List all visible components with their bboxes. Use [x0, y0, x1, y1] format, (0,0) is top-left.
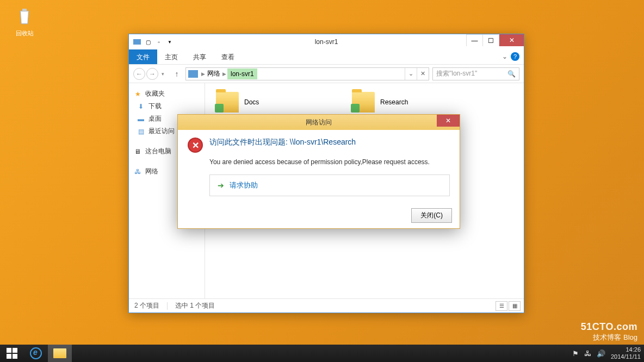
minimize-button[interactable]: — [466, 34, 482, 46]
location-icon [188, 70, 198, 78]
folder-label: Docs [244, 98, 259, 106]
error-icon: ✕ [188, 138, 203, 153]
watermark-line2: 技术博客 Blog [581, 333, 637, 342]
computer-icon: 🖥 [133, 147, 142, 156]
clock-time: 14:26 [611, 346, 641, 353]
breadcrumb-dropdown[interactable]: ⌄ [405, 68, 417, 80]
chevron-right-icon[interactable]: ▶ [222, 71, 226, 77]
folder-label: Research [380, 98, 408, 106]
window-title: lon-svr1 [315, 38, 338, 46]
svg-rect-1 [133, 39, 141, 45]
status-selected: 选中 1 个项目 [175, 301, 215, 310]
forward-button[interactable]: → [146, 68, 158, 80]
qat-newfolder-icon[interactable]: ▫ [154, 37, 164, 47]
ribbon: 文件 主页 共享 查看 ⌄ ? [129, 49, 524, 65]
statusbar: 2 个项目 选中 1 个项目 ☰ ▦ [129, 298, 524, 313]
breadcrumb-network[interactable]: 网络 [206, 68, 221, 79]
folder-docs[interactable]: Docs [214, 90, 317, 115]
dialog-title: 网络访问 [306, 118, 332, 127]
download-icon: ⬇ [137, 102, 145, 111]
chevron-right-icon[interactable]: ▶ [201, 71, 205, 77]
tab-share[interactable]: 共享 [185, 49, 214, 64]
view-details-button[interactable]: ☰ [496, 301, 507, 311]
separator [167, 302, 168, 310]
qat-dropdown-icon[interactable]: ▼ [165, 37, 175, 47]
system-tray: ⚑ 🖧 🔊 14:26 2014/11/11 [572, 345, 641, 362]
tab-home[interactable]: 主页 [157, 49, 185, 64]
watermark-line1: 51CTO.com [581, 321, 637, 333]
request-link-label: 请求协助 [230, 180, 258, 190]
recycle-bin[interactable]: 回收站 [11, 5, 38, 38]
folder-research[interactable]: Research [350, 90, 453, 115]
dialog-close-btn[interactable]: 关闭(C) [411, 208, 452, 223]
dialog-titlebar[interactable]: 网络访问 ✕ [178, 115, 460, 130]
share-badge-icon [351, 104, 360, 113]
status-count: 2 个项目 [134, 301, 159, 310]
tray-volume-icon[interactable]: 🔊 [597, 349, 605, 358]
nav-history-dropdown[interactable]: ▾ [162, 71, 168, 77]
addressbar: ← → ▾ ↑ ▶ 网络 ▶ lon-svr1 ⌄ ✕ 搜索"lon-svr1"… [129, 65, 524, 83]
dialog-heading: 访问此文件时出现问题: \\lon-svr1\Research [209, 138, 356, 147]
start-button[interactable] [0, 345, 24, 362]
ie-icon [30, 347, 42, 359]
svg-rect-0 [22, 9, 27, 11]
breadcrumb[interactable]: ▶ 网络 ▶ lon-svr1 ⌄ ✕ [185, 67, 429, 80]
app-icon [132, 37, 142, 47]
share-badge-icon [215, 104, 224, 113]
folder-icon [352, 92, 375, 113]
ribbon-expand-icon[interactable]: ⌄ [502, 53, 507, 60]
recycle-bin-icon [14, 5, 35, 27]
tray-flag-icon[interactable]: ⚑ [572, 349, 579, 358]
sidebar-downloads[interactable]: ⬇下载 [129, 100, 205, 113]
close-button[interactable]: ✕ [499, 34, 524, 46]
maximize-button[interactable]: ☐ [482, 34, 499, 46]
sidebar-favorites[interactable]: ★收藏夹 [129, 88, 205, 100]
star-icon: ★ [133, 90, 142, 98]
up-button[interactable]: ↑ [171, 68, 182, 79]
refresh-button[interactable]: ✕ [417, 68, 429, 80]
watermark: 51CTO.com 技术博客 Blog [581, 321, 637, 342]
clock-date: 2014/11/11 [611, 353, 641, 360]
dialog-message: You are denied access because of permiss… [209, 158, 450, 166]
search-input[interactable]: 搜索"lon-svr1" 🔍 [432, 67, 519, 80]
task-ie[interactable] [24, 345, 48, 362]
windows-logo-icon [7, 348, 17, 359]
breadcrumb-host[interactable]: lon-svr1 [227, 68, 257, 79]
qat-properties-icon[interactable]: ▢ [143, 37, 153, 47]
help-icon[interactable]: ? [511, 52, 519, 61]
recent-icon: ▤ [137, 127, 145, 136]
view-icons-button[interactable]: ▦ [509, 301, 521, 311]
recycle-bin-label: 回收站 [16, 30, 34, 36]
folder-icon [216, 92, 239, 113]
tab-file[interactable]: 文件 [129, 49, 157, 64]
dialog-close-button[interactable]: ✕ [437, 115, 460, 127]
search-placeholder: 搜索"lon-svr1" [436, 69, 477, 78]
search-icon[interactable]: 🔍 [507, 70, 516, 78]
network-icon: 🖧 [133, 167, 142, 176]
desktop-icon: ▬ [137, 115, 145, 123]
taskbar: ⚑ 🖧 🔊 14:26 2014/11/11 [0, 345, 644, 362]
folder-icon [53, 348, 66, 358]
arrow-right-icon: ➔ [218, 181, 224, 190]
request-assistance-button[interactable]: ➔ 请求协助 [209, 174, 450, 196]
tray-network-icon[interactable]: 🖧 [584, 349, 591, 358]
network-access-dialog: 网络访问 ✕ ✕ 访问此文件时出现问题: \\lon-svr1\Research… [177, 114, 460, 229]
back-button[interactable]: ← [133, 68, 145, 80]
titlebar[interactable]: ▢ ▫ ▼ lon-svr1 — ☐ ✕ [129, 34, 524, 49]
task-explorer[interactable] [48, 345, 72, 362]
clock[interactable]: 14:26 2014/11/11 [611, 346, 641, 360]
tab-view[interactable]: 查看 [214, 49, 242, 64]
